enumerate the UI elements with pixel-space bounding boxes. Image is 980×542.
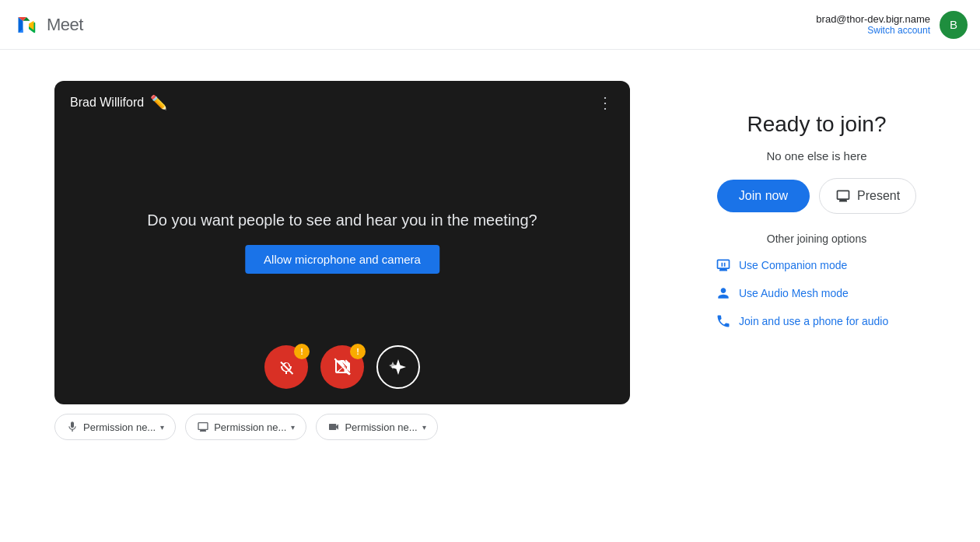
screen-chevron-icon: ▾	[291, 423, 295, 432]
ready-to-join-title: Ready to join?	[747, 112, 886, 137]
screen-icon	[197, 421, 209, 433]
audio-mesh-icon	[716, 285, 731, 301]
camera-icon	[327, 421, 340, 433]
video-preview: Brad Williford ✏️ ⋮ Do you want people t…	[54, 81, 630, 404]
join-panel: Ready to join? No one else is here Join …	[708, 81, 926, 329]
video-header: Brad Williford ✏️ ⋮	[54, 81, 630, 124]
account-info: brad@thor-dev.bigr.name Switch account	[816, 13, 930, 36]
present-label: Present	[857, 189, 900, 203]
mic-off-icon	[277, 358, 296, 376]
audio-mesh-mode-link[interactable]: Use Audio Mesh mode	[716, 285, 918, 301]
account-email: brad@thor-dev.bigr.name	[816, 13, 930, 25]
no-one-text: No one else is here	[766, 149, 866, 163]
header: Meet brad@thor-dev.bigr.name Switch acco…	[0, 0, 980, 50]
companion-mode-icon	[716, 257, 731, 273]
switch-account-link[interactable]: Switch account	[816, 25, 930, 36]
mic-warning-badge: !	[294, 344, 310, 359]
join-buttons: Join now Present	[717, 178, 916, 214]
audio-mesh-label: Use Audio Mesh mode	[739, 287, 849, 299]
phone-audio-label: Join and use a phone for audio	[739, 315, 888, 327]
main-content: Brad Williford ✏️ ⋮ Do you want people t…	[0, 50, 980, 542]
camera-warning-badge: !	[350, 344, 366, 359]
present-button[interactable]: Present	[819, 178, 916, 214]
join-now-button[interactable]: Join now	[717, 180, 810, 212]
mute-microphone-button[interactable]: !	[264, 345, 308, 389]
other-options-title: Other joining options	[767, 233, 866, 245]
companion-mode-link[interactable]: Use Companion mode	[716, 257, 918, 273]
phone-audio-icon	[716, 313, 731, 329]
effects-button[interactable]	[376, 345, 420, 389]
camera-permission-label: Permission ne...	[345, 421, 417, 433]
video-controls: ! !	[264, 345, 420, 389]
disable-camera-button[interactable]: !	[320, 345, 364, 389]
header-right: brad@thor-dev.bigr.name Switch account B	[816, 11, 968, 39]
microphone-icon	[66, 421, 79, 433]
other-options-list: Use Companion mode Use Audio Mesh mode J…	[708, 257, 926, 329]
camera-permission-pill[interactable]: Permission ne... ▾	[316, 414, 437, 440]
camera-chevron-icon: ▾	[422, 423, 426, 432]
mic-permission-label: Permission ne...	[83, 421, 156, 433]
screen-permission-label: Permission ne...	[214, 421, 286, 433]
avatar[interactable]: B	[940, 11, 968, 39]
video-user-name: Brad Williford ✏️	[70, 94, 167, 111]
more-options-icon[interactable]: ⋮	[597, 93, 614, 112]
video-question-text: Do you want people to see and hear you i…	[147, 212, 537, 229]
sparkle-icon	[389, 358, 408, 376]
meet-logo-icon	[12, 11, 40, 39]
allow-microphone-camera-button[interactable]: Allow microphone and camera	[245, 245, 439, 274]
header-left: Meet	[12, 11, 83, 39]
videocam-off-icon	[333, 358, 352, 376]
video-section: Brad Williford ✏️ ⋮ Do you want people t…	[54, 81, 630, 440]
microphone-permission-pill[interactable]: Permission ne... ▾	[54, 414, 176, 440]
phone-audio-link[interactable]: Join and use a phone for audio	[716, 313, 918, 329]
present-icon	[835, 188, 851, 204]
app-title: Meet	[47, 15, 83, 35]
mic-chevron-icon: ▾	[160, 423, 164, 432]
screen-permission-pill[interactable]: Permission ne... ▾	[185, 414, 306, 440]
video-center: Do you want people to see and hear you i…	[147, 212, 537, 274]
companion-mode-label: Use Companion mode	[739, 259, 847, 271]
edit-name-icon[interactable]: ✏️	[150, 94, 167, 111]
permission-bar: Permission ne... ▾ Permission ne... ▾ Pe…	[54, 414, 630, 440]
